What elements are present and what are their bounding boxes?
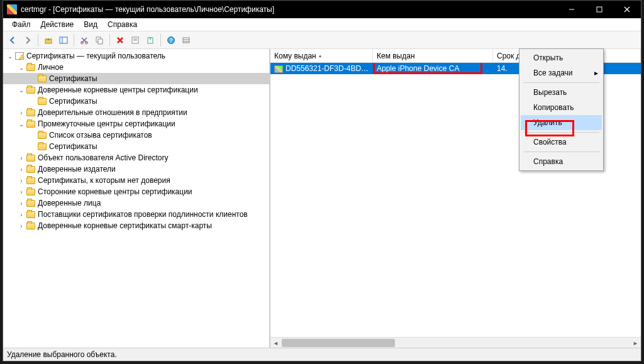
show-hide-tree-button[interactable] bbox=[57, 33, 70, 47]
ctx-help[interactable]: Справка bbox=[521, 154, 602, 169]
certroot-icon bbox=[14, 52, 25, 60]
tree-item[interactable]: ⌄Доверенные корневые центры сертификации bbox=[3, 84, 269, 96]
folder-icon bbox=[26, 85, 36, 94]
chevron-right-icon[interactable]: › bbox=[17, 223, 26, 229]
folder-icon bbox=[26, 63, 36, 72]
cell-issued-to: DD556321-DF3D-4BD9-9C69-60... bbox=[270, 63, 373, 74]
tree-item[interactable]: ›Доверенные лица bbox=[3, 197, 269, 209]
tree-label: Доверенные лица bbox=[38, 199, 101, 207]
tree-item[interactable]: ›Доверенные корневые сертификаты смарт-к… bbox=[3, 220, 269, 231]
tree-item[interactable]: ›Сертификаты, к которым нет доверия bbox=[3, 175, 269, 186]
tree-item[interactable]: ›Доверенные издатели bbox=[3, 163, 269, 175]
col-issued-to[interactable]: Кому выдан▴ bbox=[270, 49, 373, 62]
back-button[interactable] bbox=[6, 33, 19, 47]
svg-rect-10 bbox=[98, 39, 103, 44]
tree-label: Доверенные корневые сертификаты смарт-ка… bbox=[38, 221, 212, 230]
chevron-down-icon[interactable]: ⌄ bbox=[6, 53, 14, 60]
cell-issued-by: Apple iPhone Device CA bbox=[373, 63, 493, 74]
scroll-left-icon[interactable]: ◄ bbox=[270, 338, 281, 348]
folder-icon bbox=[26, 119, 36, 128]
tree-label: Доверенные корневые центры сертификации bbox=[38, 85, 198, 94]
tree-label: Доверенные издатели bbox=[38, 165, 116, 174]
chevron-right-icon[interactable]: › bbox=[17, 166, 26, 173]
tree-label: Сертификаты bbox=[49, 97, 97, 106]
tree-label: Личное bbox=[38, 63, 64, 72]
chevron-right-icon[interactable]: › bbox=[17, 109, 26, 116]
chevron-right-icon[interactable]: › bbox=[17, 155, 26, 162]
ctx-separator bbox=[523, 82, 599, 83]
titlebar[interactable]: certmgr - [Сертификаты — текущий пользов… bbox=[3, 1, 641, 18]
maximize-button[interactable] bbox=[586, 1, 613, 18]
tree-root[interactable]: ⌄Сертификаты — текущий пользователь bbox=[3, 50, 269, 62]
tree-item[interactable]: ⌄Личное bbox=[3, 62, 269, 73]
folder-icon bbox=[26, 210, 36, 219]
chevron-down-icon[interactable]: ⌄ bbox=[17, 64, 26, 71]
tree-item-child[interactable]: Сертификаты bbox=[3, 73, 269, 84]
up-folder-button[interactable] bbox=[42, 33, 55, 47]
cut-button[interactable] bbox=[77, 33, 91, 47]
menu-help[interactable]: Справка bbox=[103, 19, 142, 30]
toolbar: ? bbox=[3, 31, 641, 49]
scroll-right-icon[interactable]: ► bbox=[630, 338, 641, 348]
list-view-button[interactable] bbox=[179, 33, 193, 47]
folder-icon bbox=[26, 108, 36, 117]
tree-item[interactable]: ›Объект пользователя Active Directory bbox=[3, 152, 269, 163]
horizontal-scrollbar[interactable]: ◄ ► bbox=[270, 337, 641, 348]
help-button[interactable]: ? bbox=[164, 33, 178, 47]
export-button[interactable] bbox=[143, 33, 157, 47]
folder-icon bbox=[26, 199, 36, 207]
delete-button[interactable] bbox=[113, 33, 127, 47]
tree-item[interactable]: ›Доверительные отношения в предприятии bbox=[3, 107, 269, 118]
forward-button[interactable] bbox=[21, 33, 35, 47]
ctx-all-tasks[interactable]: Все задачи▸ bbox=[521, 65, 602, 80]
ctx-copy[interactable]: Копировать bbox=[521, 100, 602, 115]
context-menu: Открыть Все задачи▸ Вырезать Копировать … bbox=[519, 48, 604, 171]
tree-pane[interactable]: ⌄Сертификаты — текущий пользователь⌄Личн… bbox=[3, 49, 270, 348]
properties-button[interactable] bbox=[128, 33, 142, 47]
tree-label: Доверительные отношения в предприятии bbox=[38, 108, 187, 117]
chevron-down-icon[interactable]: ⌄ bbox=[17, 121, 26, 128]
menu-action[interactable]: Действие bbox=[36, 19, 79, 30]
list-pane: Кому выдан▴ Кем выдан Срок действия Назн… bbox=[270, 49, 641, 348]
scroll-thumb[interactable] bbox=[282, 339, 395, 347]
col-label: Кому выдан bbox=[274, 52, 316, 60]
content-area: ⌄Сертификаты — текущий пользователь⌄Личн… bbox=[3, 49, 641, 348]
menu-file[interactable]: Файл bbox=[7, 19, 36, 30]
ctx-delete[interactable]: Удалить bbox=[521, 115, 602, 130]
tree-label: Поставщики сертификатов проверки подлинн… bbox=[38, 210, 248, 219]
sort-asc-icon: ▴ bbox=[319, 53, 321, 58]
statusbar: Удаление выбранного объекта. bbox=[3, 348, 641, 361]
chevron-down-icon[interactable]: ⌄ bbox=[17, 87, 26, 94]
chevron-right-icon[interactable]: › bbox=[17, 200, 26, 207]
chevron-right-icon[interactable]: › bbox=[17, 177, 26, 184]
tree-label: Сертификаты, к которым нет доверия bbox=[38, 176, 170, 185]
tree-item[interactable]: ⌄Промежуточные центры сертификации bbox=[3, 118, 269, 130]
menu-view[interactable]: Вид bbox=[79, 19, 103, 30]
col-label: Кем выдан bbox=[377, 52, 415, 60]
svg-rect-17 bbox=[183, 38, 189, 43]
ctx-open[interactable]: Открыть bbox=[521, 50, 602, 65]
tree-label: Промежуточные центры сертификации bbox=[38, 119, 175, 128]
tree-label: Сертификаты bbox=[49, 74, 97, 83]
tree-item-child[interactable]: Сертификаты bbox=[3, 141, 269, 152]
chevron-right-icon[interactable]: › bbox=[17, 211, 26, 218]
svg-text:?: ? bbox=[169, 37, 173, 43]
copy-button[interactable] bbox=[92, 33, 106, 47]
folder-icon bbox=[26, 165, 36, 174]
tree-item[interactable]: ›Сторонние корневые центры сертификации bbox=[3, 186, 269, 197]
chevron-right-icon[interactable]: › bbox=[17, 189, 26, 196]
tree-label: Список отзыва сертификатов bbox=[49, 131, 152, 140]
submenu-arrow-icon: ▸ bbox=[594, 69, 598, 77]
tree-item-child[interactable]: Список отзыва сертификатов bbox=[3, 130, 269, 141]
minimize-button[interactable] bbox=[558, 1, 586, 18]
tree-item[interactable]: ›Поставщики сертификатов проверки подлин… bbox=[3, 209, 269, 220]
certmgr-window: certmgr - [Сертификаты — текущий пользов… bbox=[3, 0, 641, 361]
ctx-separator bbox=[523, 132, 599, 133]
ctx-properties[interactable]: Свойства bbox=[521, 135, 602, 150]
close-button[interactable] bbox=[613, 1, 641, 18]
ctx-cut[interactable]: Вырезать bbox=[521, 85, 602, 100]
window-title: certmgr - [Сертификаты — текущий пользов… bbox=[21, 5, 558, 14]
tree-item-child[interactable]: Сертификаты bbox=[3, 96, 269, 107]
col-issued-by[interactable]: Кем выдан bbox=[373, 49, 493, 62]
tree-label: Объект пользователя Active Directory bbox=[38, 153, 169, 162]
